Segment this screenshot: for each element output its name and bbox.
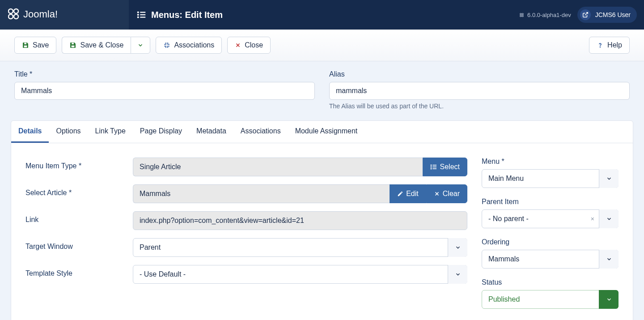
article-clear-button[interactable]: Clear <box>426 184 467 203</box>
svg-point-11 <box>520 13 521 14</box>
save-icon <box>69 42 76 49</box>
alias-help: The Alias will be used as part of the UR… <box>329 102 630 110</box>
alias-input[interactable] <box>329 82 630 100</box>
svg-text:Joomla!: Joomla! <box>23 9 58 20</box>
page-title: Menus: Edit Item <box>151 10 223 20</box>
target-window-label: Target Window <box>25 238 133 251</box>
user-menu[interactable]: JCMS6 User <box>577 7 637 23</box>
title-input[interactable] <box>14 82 315 100</box>
help-label: Help <box>607 41 622 49</box>
save-button[interactable]: Save <box>14 37 56 54</box>
parent-item-select[interactable]: - No parent - × <box>482 209 619 228</box>
menu-item-type-label: Menu Item Type * <box>25 158 133 170</box>
select-article-label: Select Article * <box>25 184 133 197</box>
svg-line-15 <box>585 13 587 15</box>
select-btn-label: Select <box>440 163 460 171</box>
status-value: Published <box>482 290 619 309</box>
header-right: 6.0.0-alpha1-dev JCMS6 User <box>512 0 644 30</box>
save-close-group: Save & Close <box>62 37 150 54</box>
close-button[interactable]: Close <box>227 37 271 54</box>
svg-point-1 <box>14 9 18 13</box>
tab-page-display[interactable]: Page Display <box>133 121 189 143</box>
row-select-article: Select Article * Mammals Edit Clear <box>25 184 467 203</box>
edit-btn-label: Edit <box>406 190 419 198</box>
link-value: index.php?option=com_content&view=articl… <box>133 211 467 230</box>
contract-icon <box>163 42 170 49</box>
edit-icon <box>397 191 403 197</box>
status-label: Status <box>482 278 619 286</box>
svg-rect-16 <box>24 46 27 47</box>
save-close-label: Save & Close <box>80 41 123 49</box>
toolbar: Save Save & Close Associations Close Hel… <box>0 30 644 61</box>
clear-btn-label: Clear <box>443 190 460 198</box>
details-content: Menu Item Type * Single Article Select S… <box>11 143 633 320</box>
status-select[interactable]: Published <box>482 290 619 309</box>
associations-button[interactable]: Associations <box>156 37 222 54</box>
menu-value: Main Menu <box>482 169 619 188</box>
svg-point-14 <box>522 15 523 17</box>
template-style-label: Template Style <box>25 265 133 277</box>
list-icon <box>430 163 437 171</box>
close-label: Close <box>245 41 263 49</box>
save-dropdown-button[interactable] <box>131 37 150 54</box>
save-icon <box>22 42 29 49</box>
svg-point-2 <box>8 14 13 19</box>
svg-point-12 <box>522 13 523 14</box>
header: Joomla! Menus: Edit Item 6.0.0-alpha1-de… <box>0 0 644 30</box>
save-close-button[interactable]: Save & Close <box>62 37 131 54</box>
ordering-select[interactable]: Mammals <box>482 250 619 269</box>
tab-link-type[interactable]: Link Type <box>88 121 133 143</box>
article-edit-button[interactable]: Edit <box>390 184 426 203</box>
alias-label: Alias <box>329 70 630 78</box>
tabs: Details Options Link Type Page Display M… <box>11 121 633 143</box>
menu-item-type-select-button[interactable]: Select <box>423 158 467 176</box>
parent-item-value: - No parent - <box>482 209 619 228</box>
svg-point-3 <box>14 14 18 19</box>
svg-point-10 <box>138 17 139 18</box>
svg-rect-18 <box>72 46 75 47</box>
tab-metadata[interactable]: Metadata <box>189 121 233 143</box>
link-label: Link <box>25 211 133 224</box>
ordering-value: Mammals <box>482 250 619 269</box>
tab-associations[interactable]: Associations <box>233 121 288 143</box>
svg-point-0 <box>8 9 13 13</box>
help-icon <box>597 42 604 49</box>
side-status: Status Published <box>482 278 619 309</box>
target-window-select[interactable]: Parent <box>133 238 467 257</box>
svg-point-28 <box>431 168 431 169</box>
save-label: Save <box>33 41 49 49</box>
svg-rect-17 <box>24 43 26 44</box>
logo-area[interactable]: Joomla! <box>0 0 129 30</box>
svg-point-26 <box>431 165 431 165</box>
side-menu: Menu * Main Menu <box>482 158 619 188</box>
svg-rect-19 <box>72 43 74 44</box>
chevron-down-icon <box>137 42 144 48</box>
title-label: Title * <box>14 70 315 78</box>
parent-item-clear[interactable]: × <box>591 215 594 222</box>
version-badge[interactable]: 6.0.0-alpha1-dev <box>519 12 571 18</box>
side-ordering: Ordering Mammals <box>482 238 619 269</box>
tabs-container: Details Options Link Type Page Display M… <box>0 120 644 320</box>
svg-point-8 <box>138 12 139 13</box>
list-icon <box>137 10 147 20</box>
close-icon <box>235 42 241 48</box>
menu-label: Menu * <box>482 158 619 166</box>
row-template-style: Template Style - Use Default - <box>25 265 467 284</box>
associations-label: Associations <box>174 41 214 49</box>
menu-select[interactable]: Main Menu <box>482 169 619 188</box>
help-button[interactable]: Help <box>589 37 630 54</box>
tab-options[interactable]: Options <box>49 121 88 143</box>
select-article-value: Mammals <box>133 184 390 203</box>
template-style-select[interactable]: - Use Default - <box>133 265 467 284</box>
row-target-window: Target Window Parent <box>25 238 467 257</box>
row-menu-item-type: Menu Item Type * Single Article Select <box>25 158 467 176</box>
ordering-label: Ordering <box>482 238 619 246</box>
user-name: JCMS6 User <box>595 11 631 18</box>
joomla-logo-icon: Joomla! <box>8 8 75 22</box>
version-text: 6.0.0-alpha1-dev <box>527 12 571 18</box>
title-area: Menus: Edit Item <box>129 0 512 30</box>
tab-module-assignment[interactable]: Module Assignment <box>288 121 365 143</box>
svg-point-9 <box>138 14 139 15</box>
tab-details[interactable]: Details <box>11 121 49 143</box>
svg-point-27 <box>431 166 431 167</box>
